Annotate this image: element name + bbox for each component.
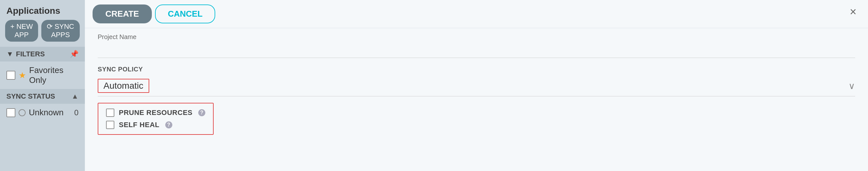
filter-icon: ▼ [6,50,13,58]
new-app-button[interactable]: + NEW APP [5,20,38,42]
unknown-count: 0 [74,108,79,117]
prune-resources-row: PRUNE RESOURCES ? [106,108,205,117]
sync-policy-section: SYNC POLICY Automatic ∨ [98,66,855,96]
create-button[interactable]: CREATE [93,4,152,23]
sync-policy-chevron-icon: ∨ [848,81,855,91]
top-bar: CREATE CANCEL × [85,0,868,28]
sync-status-row: SYNC STATUS ▲ [0,89,85,104]
prune-resources-label: PRUNE RESOURCES [119,108,192,117]
unknown-checkbox[interactable] [6,108,16,117]
self-heal-row: SELF HEAL ? [106,121,205,129]
sidebar-buttons: + NEW APP ⟳ SYNC APPS [0,20,85,47]
pin-icon: 📌 [70,50,79,58]
checkboxes-section: PRUNE RESOURCES ? SELF HEAL ? [98,103,214,135]
unknown-row[interactable]: Unknown 0 [0,104,85,122]
cancel-button[interactable]: CANCEL [155,4,215,23]
main-content: CREATE CANCEL × Project Name SYNC POLICY… [85,0,868,171]
self-heal-help-icon[interactable]: ? [165,122,172,128]
self-heal-checkbox[interactable] [106,121,114,129]
close-button[interactable]: × [846,4,860,20]
sidebar: Applications + NEW APP ⟳ SYNC APPS ▼ FIL… [0,0,85,171]
star-icon: ★ [19,70,26,80]
prune-resources-help-icon[interactable]: ? [198,109,205,116]
favorites-checkbox[interactable] [6,71,16,80]
sync-policy-dropdown[interactable]: Automatic ∨ [98,76,855,96]
self-heal-label: SELF HEAL [119,121,159,129]
sync-status-chevron-icon[interactable]: ▲ [71,92,79,101]
project-name-field: Project Name [98,28,855,58]
sync-policy-value: Automatic [98,79,149,93]
unknown-label: Unknown [29,108,71,117]
form-area: Project Name SYNC POLICY Automatic ∨ PRU… [85,28,868,171]
project-name-input[interactable] [98,43,855,58]
filters-row: ▼ FILTERS 📌 [0,47,85,62]
project-name-label: Project Name [98,28,855,41]
favorites-row[interactable]: ★ Favorites Only [0,62,85,89]
favorites-label: Favorites Only [29,65,79,85]
unknown-status-circle [19,109,26,116]
sidebar-title: Applications [0,0,85,20]
sync-policy-label: SYNC POLICY [98,66,855,73]
sync-apps-button[interactable]: ⟳ SYNC APPS [41,20,80,42]
filters-label: ▼ FILTERS [6,50,45,58]
prune-resources-checkbox[interactable] [106,108,114,117]
sync-status-label: SYNC STATUS [6,92,55,101]
